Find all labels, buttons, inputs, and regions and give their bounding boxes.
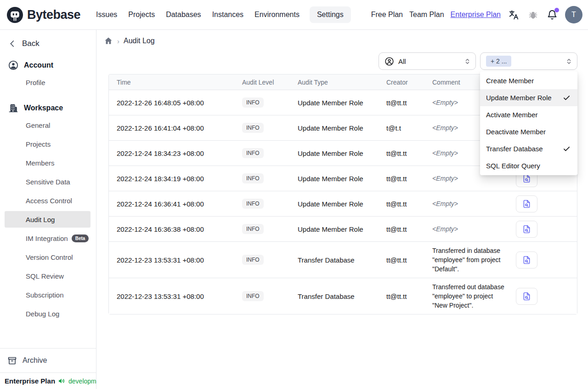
sidebar-item-members[interactable]: Members: [5, 154, 90, 171]
notifications-bell-icon[interactable]: [546, 8, 559, 21]
chevron-left-icon: [8, 40, 17, 48]
audit-level-badge: INFO: [242, 224, 264, 234]
speaker-icon: [58, 377, 66, 385]
settings-sidebar: Back Account Profile Workspace: [0, 30, 96, 389]
check-icon: [563, 145, 571, 153]
sidebar-bottom: Archive Enterprise Plan development: [0, 348, 96, 389]
sidebar-item-debug-log[interactable]: Debug Log: [5, 305, 90, 322]
main-nav: IssuesProjectsDatabasesInstancesEnvironm…: [95, 6, 351, 23]
audit-level-badge: INFO: [242, 173, 264, 183]
row-audit-level: INFO: [242, 97, 298, 108]
check-icon: [563, 94, 571, 102]
sidebar-item-im-integration[interactable]: IM Integration Beta: [5, 230, 90, 246]
archive-label: Archive: [23, 356, 47, 365]
row-audit-type: Transfer Database: [298, 292, 386, 300]
user-avatar[interactable]: T: [565, 6, 582, 23]
row-audit-level: INFO: [242, 291, 298, 301]
nav-item-instances[interactable]: Instances: [211, 6, 244, 23]
account-section-label: Account: [24, 61, 53, 69]
row-actions: [511, 288, 577, 305]
debug-bug-icon[interactable]: [526, 8, 539, 21]
sidebar-item-sql-review[interactable]: SQL Review: [5, 268, 90, 284]
menu-item-transfer-database[interactable]: Transfer Database: [480, 140, 577, 157]
bytebase-logo[interactable]: Bytebase: [6, 6, 80, 23]
sidebar-item-sensitive-data[interactable]: Sensitive Data: [5, 173, 90, 190]
nav-item-databases[interactable]: Databases: [165, 6, 202, 23]
view-detail-button[interactable]: [516, 252, 537, 269]
nav-item-issues[interactable]: Issues: [95, 6, 118, 23]
sidebar-item-audit-log[interactable]: Audit Log: [5, 211, 90, 228]
row-creator: tt@tt.tt: [386, 200, 432, 208]
home-icon[interactable]: [104, 36, 113, 46]
sidebar-item-profile[interactable]: Profile: [5, 74, 90, 91]
row-time: 2022-12-24 18:34:23 +08:00: [109, 149, 242, 157]
sidebar-item-subscription[interactable]: Subscription: [5, 286, 90, 303]
menu-item-sql-editor-query[interactable]: SQL Editor Query: [480, 157, 577, 174]
row-time: 2022-12-26 16:41:04 +08:00: [109, 124, 242, 132]
page-title: Audit Log: [124, 37, 155, 45]
sidebar-item-archive[interactable]: Archive: [0, 348, 96, 372]
nav-item-settings[interactable]: Settings: [310, 6, 351, 23]
row-actions: [511, 252, 577, 269]
row-audit-type: Update Member Role: [298, 99, 386, 107]
view-detail-button[interactable]: [516, 221, 537, 238]
row-comment: Transferred out database "employee" to p…: [432, 278, 511, 314]
audit-type-filter-select[interactable]: + 2 ...: [480, 52, 577, 70]
plan-bar: Enterprise Plan development: [0, 372, 96, 389]
table-row: 2022-12-24 16:36:41 +08:00 INFO Update M…: [109, 191, 577, 217]
enterprise-plan-link[interactable]: Enterprise Plan: [451, 11, 501, 19]
sidebar-item-version-control[interactable]: Version Control: [5, 249, 90, 265]
filter-bar: All + 2 ...: [379, 52, 577, 70]
row-audit-type: Update Member Role: [298, 149, 386, 157]
row-actions: [511, 221, 577, 238]
row-audit-type: Update Member Role: [298, 225, 386, 233]
top-navbar: Bytebase IssuesProjectsDatabasesInstance…: [0, 0, 588, 30]
column-header-audit-type: Audit Type: [298, 79, 386, 86]
sidebar-item-access-control[interactable]: Access Control: [5, 192, 90, 209]
workspace-section-label: Workspace: [24, 104, 63, 112]
archive-icon: [7, 356, 17, 366]
team-plan-link[interactable]: Team Plan: [409, 11, 444, 19]
audit-level-badge: INFO: [242, 199, 264, 209]
menu-item-deactivate-member[interactable]: Deactivate Member: [480, 123, 577, 140]
back-label: Back: [22, 39, 40, 48]
menu-item-update-member-role[interactable]: Update Member Role: [480, 89, 577, 106]
bytebase-logo-icon: [6, 6, 23, 23]
row-actions: [511, 195, 577, 212]
current-plan-label: Enterprise Plan: [5, 377, 55, 385]
account-item-list: Profile: [0, 74, 96, 93]
free-plan-link[interactable]: Free Plan: [371, 11, 403, 19]
sidebar-item-projects[interactable]: Projects: [5, 136, 90, 152]
row-creator: tt@tt.tt: [386, 175, 432, 183]
brand-name: Bytebase: [27, 8, 80, 22]
audit-level-badge: INFO: [242, 291, 264, 301]
chevron-right-icon: ›: [117, 37, 119, 45]
file-search-icon: [522, 255, 531, 265]
row-audit-level: INFO: [242, 199, 298, 209]
column-header-audit-level: Audit Level: [242, 79, 298, 86]
select-chevrons-icon: [464, 58, 471, 65]
row-audit-level: INFO: [242, 148, 298, 158]
row-creator: tt@tt.tt: [386, 225, 432, 233]
table-row: 2022-12-23 13:53:31 +08:00 INFO Transfer…: [109, 278, 577, 314]
audit-level-badge: INFO: [242, 97, 264, 108]
file-search-icon: [522, 199, 531, 209]
building-icon: [8, 103, 18, 113]
audit-type-dropdown-menu: Create Member Update Member Role Activat…: [480, 71, 577, 175]
menu-item-activate-member[interactable]: Activate Member: [480, 106, 577, 123]
menu-item-create-member[interactable]: Create Member: [480, 72, 577, 89]
view-detail-button[interactable]: [516, 195, 537, 212]
row-time: 2022-12-24 16:36:41 +08:00: [109, 200, 242, 208]
nav-item-projects[interactable]: Projects: [127, 6, 156, 23]
nav-right: Free Plan Team Plan Enterprise Plan: [371, 6, 582, 23]
sidebar-item-general[interactable]: General: [5, 117, 90, 133]
row-creator: tt@tt.tt: [386, 292, 432, 300]
row-audit-level: INFO: [242, 173, 298, 183]
language-switch-icon[interactable]: [507, 8, 520, 21]
creator-filter-select[interactable]: All: [379, 52, 476, 70]
audit-level-badge: INFO: [242, 255, 264, 265]
view-detail-button[interactable]: [516, 288, 537, 305]
workspace-section-header: Workspace: [8, 102, 96, 114]
back-button[interactable]: Back: [8, 37, 96, 50]
nav-item-environments[interactable]: Environments: [254, 6, 300, 23]
